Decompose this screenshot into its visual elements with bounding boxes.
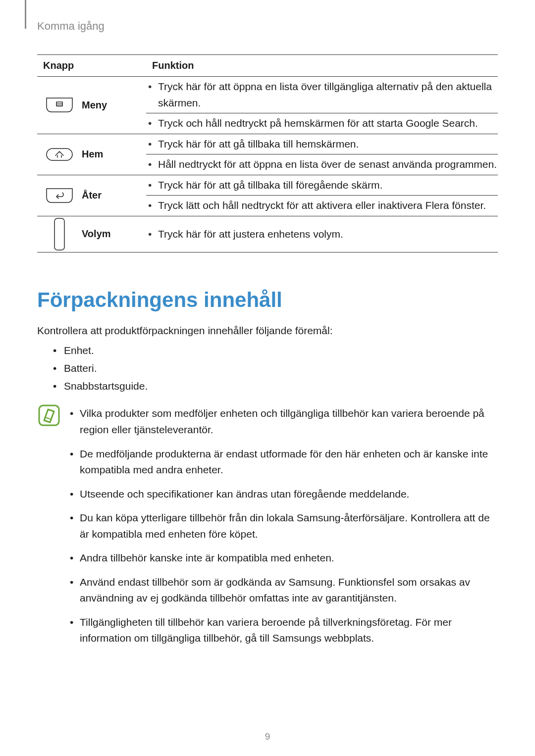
note-item: Utseende och specifikationer kan ändras … [68,482,498,506]
note-item: Tillgängligheten till tillbehör kan vari… [68,610,498,651]
breadcrumb: Komma igång [37,20,498,33]
row-label-meny: Meny [82,77,146,134]
note-icon [37,403,61,427]
row-label-ater: Åter [82,175,146,216]
note-item: De medföljande produkterna är endast utf… [68,442,498,482]
func-item: Tryck här för att justera enhetens volym… [146,224,498,245]
table-row: Hem Tryck här för att gå tillbaka till h… [37,134,498,154]
row-label-hem: Hem [82,134,146,175]
th-button: Knapp [37,55,146,77]
note-item: Andra tillbehör kanske inte är kompatibl… [68,546,498,570]
header-marker [25,0,26,29]
svg-rect-3 [47,149,72,160]
note-item: Vilka produkter som medföljer enheten oc… [68,402,498,442]
section-heading: Förpackningens innehåll [37,288,498,312]
home-key-icon [46,147,73,162]
note-item: Använd endast tillbehör som är godkända … [68,570,498,610]
list-item: Enhet. [53,342,498,359]
page-number: 9 [0,731,535,742]
notes-list: Vilka produkter som medföljer enheten oc… [68,402,498,651]
table-row: Meny Tryck här för att öppna en lista öv… [37,77,498,113]
volume-key-icon [53,216,66,252]
func-item: Tryck här för att öppna en lista över ti… [146,77,498,113]
back-key-icon [46,188,73,203]
th-function: Funktion [146,55,498,77]
menu-key-icon [46,97,73,113]
func-item: Håll nedtryckt för att öppna en lista öv… [146,154,498,175]
intro-text: Kontrollera att produktförpackningen inn… [37,323,498,339]
table-row: Volym Tryck här för att justera enhetens… [37,216,498,252]
row-label-volym: Volym [82,216,146,252]
buttons-table: Knapp Funktion Meny Tryck här för att öp… [37,54,498,252]
list-item: Snabbstartsguide. [53,377,498,395]
list-item: Batteri. [53,359,498,377]
svg-rect-4 [54,218,64,250]
func-item: Tryck lätt och håll nedtryckt för att ak… [146,196,498,216]
func-item: Tryck här för att gå tillbaka till hemsk… [146,134,498,154]
note-item: Du kan köpa ytterligare tillbehör från d… [68,506,498,546]
svg-line-6 [45,417,51,419]
package-list: Enhet. Batteri. Snabbstartsguide. [37,342,498,395]
func-item: Tryck och håll nedtryckt på hemskärmen f… [146,113,498,134]
table-row: Åter Tryck här för att gå tillbaka till … [37,175,498,196]
func-item: Tryck här för att gå tillbaka till föreg… [146,175,498,196]
